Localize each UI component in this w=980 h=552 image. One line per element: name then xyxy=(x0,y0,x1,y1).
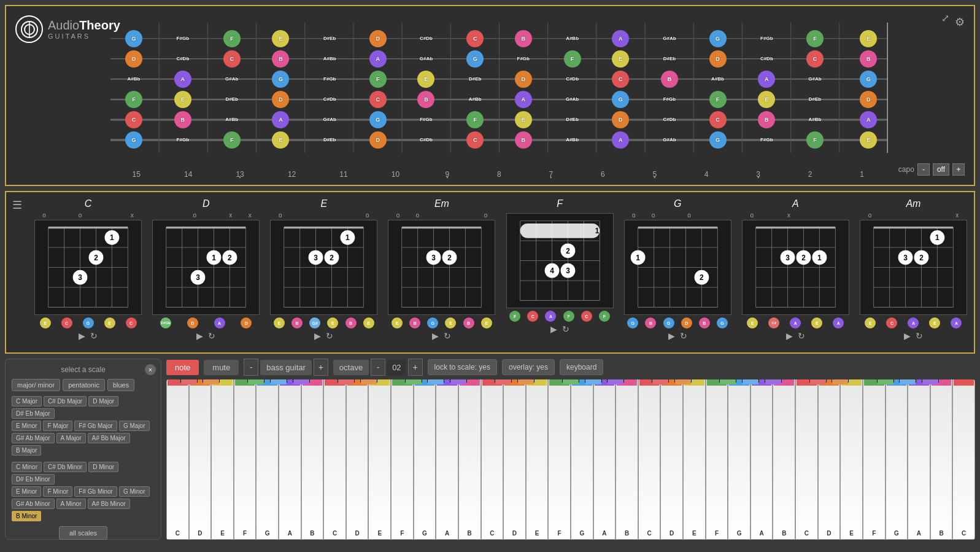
fret-note[interactable]: A xyxy=(612,30,629,47)
fret-note[interactable]: F#Gb xyxy=(174,30,191,47)
fret-note[interactable]: F xyxy=(709,91,727,108)
chord-loop-Am[interactable]: ↻ xyxy=(916,331,923,341)
fret-note[interactable]: B xyxy=(174,111,191,128)
black-key-Cs[interactable]: DbC# xyxy=(180,379,198,383)
fret-note[interactable]: B xyxy=(515,30,532,47)
white-key-G-2[interactable]: G xyxy=(571,379,593,540)
scale-Cdb-minor[interactable]: C# Db Minor xyxy=(44,462,87,472)
white-key-A-3[interactable]: A xyxy=(750,379,773,540)
chord-play-C[interactable]: ▶ xyxy=(79,331,85,341)
scale-Fgb-minor[interactable]: F# Gb Minor xyxy=(74,486,117,497)
fret-note[interactable]: A#Bb xyxy=(564,131,581,149)
chord-diagram-D[interactable]: 1 2 3 xyxy=(152,220,260,315)
fret-note[interactable]: G#Ab xyxy=(564,91,581,108)
black-key-As[interactable]: BbA# xyxy=(765,379,782,383)
fret-note[interactable]: G#Ab xyxy=(806,71,824,88)
fret-note[interactable]: E xyxy=(612,50,629,68)
fret-note[interactable]: E xyxy=(272,30,289,47)
scale-D-major[interactable]: D Major xyxy=(88,396,118,406)
white-key-B-4[interactable]: B xyxy=(930,379,953,540)
chord-play-Am[interactable]: ▶ xyxy=(904,331,911,341)
white-key-B-1[interactable]: B xyxy=(458,379,481,540)
black-key-Ds[interactable]: EbD# xyxy=(831,379,849,383)
fret-note[interactable]: D xyxy=(272,91,289,108)
chord-menu-button[interactable]: ☰ xyxy=(12,198,22,212)
fret-note[interactable]: D xyxy=(612,111,629,128)
fret-note[interactable]: C#Db xyxy=(321,91,338,108)
chord-diagram-C[interactable]: 1 2 3 xyxy=(34,220,142,315)
white-key-G-0[interactable]: G xyxy=(256,379,279,540)
black-key-As[interactable]: BbA# xyxy=(450,379,467,383)
all-scales-button[interactable]: all scales xyxy=(59,526,107,540)
fret-note[interactable]: G#Ab xyxy=(417,50,434,68)
fret-note[interactable]: A#Bb xyxy=(223,111,241,128)
white-key-F-3[interactable]: F xyxy=(706,379,728,540)
fret-note[interactable]: D#Eb xyxy=(806,91,824,108)
scale-A-major[interactable]: A Major xyxy=(56,433,86,443)
black-key-As[interactable]: BbA# xyxy=(922,379,939,383)
keyboard-button[interactable]: keyboard xyxy=(560,359,603,375)
fret-note[interactable]: F#Gb xyxy=(758,30,775,47)
white-key-A-1[interactable]: A xyxy=(436,379,458,540)
fret-note[interactable]: E xyxy=(417,71,434,88)
white-key-G-3[interactable]: G xyxy=(728,379,750,540)
scale-A-minor[interactable]: A Minor xyxy=(56,499,86,509)
white-key-E-3[interactable]: E xyxy=(683,379,706,540)
fret-note[interactable]: C xyxy=(709,111,727,128)
black-key-Ds[interactable]: EbD# xyxy=(674,379,692,383)
chord-diagram-Am[interactable]: 1 3 2 xyxy=(860,220,967,315)
chord-loop-F[interactable]: ↻ xyxy=(562,324,569,334)
instrument-plus-button[interactable]: + xyxy=(314,359,328,376)
fret-note[interactable]: F xyxy=(223,30,241,47)
fret-note[interactable]: C#Db xyxy=(417,30,434,47)
black-key-Fs[interactable]: GbF# xyxy=(247,379,264,383)
scale-Gab-major[interactable]: G# Ab Major xyxy=(12,433,55,443)
scale-Fgb-major[interactable]: F# Gb Major xyxy=(74,421,117,431)
chord-loop-Em[interactable]: ↻ xyxy=(444,331,451,341)
scale-Deb-minor[interactable]: D# Eb Minor xyxy=(12,474,55,484)
overlay-button[interactable]: overlay: yes xyxy=(502,359,555,375)
fret-note[interactable]: G xyxy=(369,111,387,128)
fret-note[interactable]: F xyxy=(806,30,824,47)
chord-diagram-G[interactable]: 1 2 xyxy=(624,220,731,315)
white-key-G-1[interactable]: G xyxy=(414,379,436,540)
black-key-Fs[interactable]: GbF# xyxy=(719,379,736,383)
scale-F-major[interactable]: F Major xyxy=(43,421,72,431)
black-key-Gs[interactable]: AbG# xyxy=(899,379,916,383)
chord-play-A[interactable]: ▶ xyxy=(786,331,793,341)
scale-Deb-major[interactable]: D# Eb Major xyxy=(12,408,55,419)
fret-note[interactable]: C#Db xyxy=(564,71,581,88)
chord-play-G[interactable]: ▶ xyxy=(668,331,675,341)
fret-note[interactable]: B xyxy=(758,111,775,128)
black-key-Cs[interactable]: DbC# xyxy=(495,379,512,383)
white-key-C-5[interactable]: C xyxy=(952,379,975,540)
octave-minus-button[interactable]: - xyxy=(371,359,385,376)
black-key-Gs[interactable]: AbG# xyxy=(742,379,759,383)
white-key-C-2[interactable]: C xyxy=(481,379,504,540)
fret-note[interactable]: G xyxy=(466,50,484,68)
fret-note[interactable]: A#Bb xyxy=(125,71,142,88)
white-key-B-3[interactable]: B xyxy=(773,379,795,540)
fret-note[interactable]: D#Eb xyxy=(223,91,241,108)
scale-Abb-major[interactable]: A# Bb Major xyxy=(88,433,130,443)
instrument-minus-button[interactable]: - xyxy=(244,359,258,376)
scale-Cdb-major[interactable]: C# Db Major xyxy=(44,396,87,406)
white-key-D-0[interactable]: D xyxy=(189,379,212,540)
fret-note[interactable]: F#Gb xyxy=(321,71,338,88)
chord-diagram-Em[interactable]: 3 2 xyxy=(388,220,495,315)
chord-play-E[interactable]: ▶ xyxy=(314,331,321,341)
fret-note[interactable]: F#Gb xyxy=(515,50,532,68)
fret-note[interactable]: D#Eb xyxy=(466,71,484,88)
fret-note[interactable]: C xyxy=(369,91,387,108)
fret-note[interactable]: D#Eb xyxy=(661,50,678,68)
scale-type-blues[interactable]: blues xyxy=(107,379,134,391)
chord-diagram-F[interactable]: 1 2 4 3 xyxy=(506,213,614,308)
fret-note[interactable]: A xyxy=(174,71,191,88)
white-key-E-4[interactable]: E xyxy=(840,379,863,540)
fret-note[interactable]: D xyxy=(860,91,877,108)
fret-note[interactable]: G xyxy=(272,71,289,88)
white-key-C-4[interactable]: C xyxy=(795,379,818,540)
note-button[interactable]: note xyxy=(166,360,199,375)
scale-F-minor[interactable]: F Minor xyxy=(43,486,72,497)
fret-note[interactable]: D#Eb xyxy=(564,111,581,128)
